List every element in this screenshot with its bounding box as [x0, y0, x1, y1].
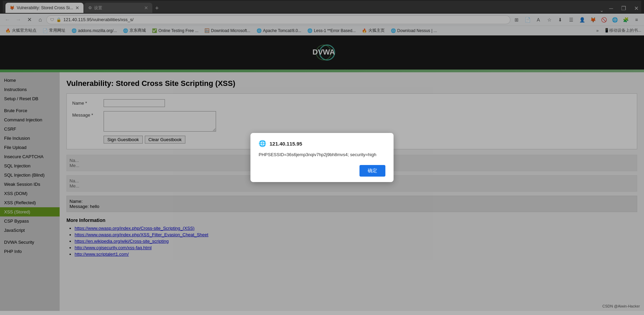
alert-modal: 🌐 121.40.115.95 PHPSESSID=36s6jemp3nqiv7… — [250, 133, 394, 182]
modal-overlay: 🌐 121.40.115.95 PHPSESSID=36s6jemp3nqiv7… — [0, 0, 644, 315]
modal-message: PHPSESSID=36s6jemp3nqiv7hp2j9bh8mvs4; se… — [259, 151, 385, 158]
modal-footer: 确定 — [259, 165, 385, 177]
globe-icon: 🌐 — [259, 140, 266, 147]
modal-header: 🌐 121.40.115.95 — [259, 140, 385, 147]
modal-confirm-button[interactable]: 确定 — [359, 165, 385, 177]
modal-domain: 121.40.115.95 — [270, 141, 302, 147]
